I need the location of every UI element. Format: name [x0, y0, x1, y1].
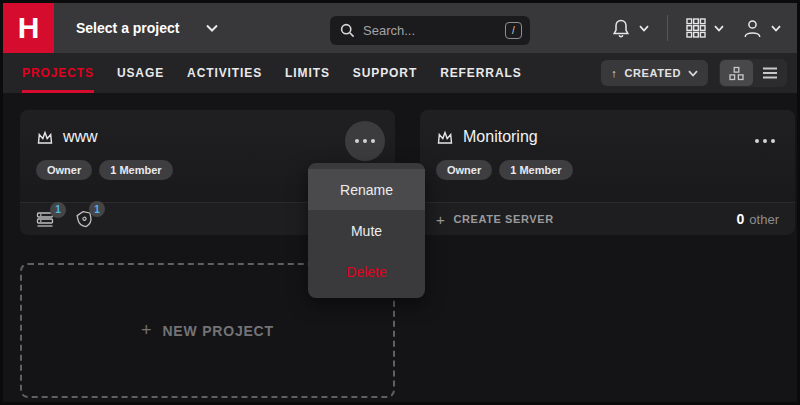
search-shortcut-key: / [505, 22, 522, 39]
context-menu-rename[interactable]: Rename [308, 169, 425, 210]
member-count-badge: 1 Member [99, 160, 172, 180]
chevron-down-icon [206, 24, 218, 32]
project-badges: Owner 1 Member [436, 160, 573, 180]
plus-icon: + [141, 320, 152, 341]
list-view-icon [762, 66, 778, 80]
hetzner-console-window: H Select a project Search... / [0, 0, 800, 405]
card-view-toggle[interactable] [720, 60, 753, 86]
project-card-title: Monitoring [436, 128, 538, 146]
search-placeholder: Search... [363, 23, 505, 38]
owner-badge: Owner [436, 160, 492, 180]
header-divider [667, 15, 668, 41]
create-server-button[interactable]: + CREATE SERVER [436, 211, 554, 228]
project-more-options-button[interactable] [745, 121, 785, 161]
project-more-options-button[interactable] [345, 121, 385, 161]
owner-badge: Owner [36, 160, 92, 180]
search-icon [340, 23, 355, 38]
ellipsis-icon [755, 139, 759, 143]
apps-grid-icon [686, 18, 706, 38]
context-menu-mute[interactable]: Mute [308, 210, 425, 251]
server-resource[interactable]: 1 [36, 211, 54, 228]
crown-icon [436, 130, 454, 145]
ellipsis-icon [763, 139, 767, 143]
view-toggle-group [719, 59, 787, 87]
nav-bar: PROJECTS USAGE ACTIVITIES LIMITS SUPPORT… [3, 53, 797, 93]
person-icon [742, 18, 763, 39]
account-menu[interactable] [738, 14, 785, 43]
project-card-title: www [36, 128, 98, 146]
project-card-monitoring[interactable]: Monitoring Owner 1 Member + CREATE SERVE… [420, 110, 795, 235]
top-header: H Select a project Search... / [3, 3, 797, 53]
project-selector-label: Select a project [76, 20, 180, 36]
tab-activities[interactable]: ACTIVITIES [187, 53, 262, 93]
project-name: Monitoring [463, 128, 538, 146]
search-input[interactable]: Search... / [330, 16, 530, 45]
list-controls: ↑ CREATED [601, 53, 787, 93]
chevron-down-icon [771, 25, 781, 32]
create-server-label: CREATE SERVER [453, 213, 553, 225]
chevron-down-icon [639, 25, 649, 32]
protection-count-badge: 1 [89, 201, 105, 217]
project-name: www [63, 128, 98, 146]
chevron-down-icon [688, 70, 698, 77]
header-actions [607, 3, 785, 53]
tab-referrals[interactable]: REFERRALS [440, 53, 521, 93]
protection-resource[interactable]: 1 [76, 210, 93, 228]
server-count-badge: 1 [50, 202, 66, 218]
plus-icon: + [436, 211, 445, 228]
ellipsis-icon [371, 139, 375, 143]
sort-button-label: CREATED [624, 67, 681, 79]
other-resources-count: 0other [737, 211, 779, 227]
tab-limits[interactable]: LIMITS [285, 53, 330, 93]
other-count-label: other [749, 212, 779, 227]
context-menu-delete[interactable]: Delete [308, 251, 425, 292]
crown-icon [36, 130, 54, 145]
list-view-toggle[interactable] [753, 60, 786, 86]
bell-icon [611, 18, 631, 39]
tab-support[interactable]: SUPPORT [353, 53, 417, 93]
new-project-label: NEW PROJECT [162, 323, 273, 339]
tab-usage[interactable]: USAGE [117, 53, 164, 93]
card-view-icon [729, 66, 744, 81]
project-badges: Owner 1 Member [36, 160, 173, 180]
ellipsis-icon [355, 139, 359, 143]
hetzner-logo[interactable]: H [3, 3, 54, 53]
apps-menu[interactable] [682, 14, 728, 42]
member-count-badge: 1 Member [499, 160, 572, 180]
ellipsis-icon [771, 139, 775, 143]
project-resources-bar: + CREATE SERVER 0other [420, 202, 795, 235]
tab-projects[interactable]: PROJECTS [22, 53, 94, 93]
ellipsis-icon [363, 139, 367, 143]
nav-tabs: PROJECTS USAGE ACTIVITIES LIMITS SUPPORT… [22, 53, 522, 93]
project-selector-dropdown[interactable]: Select a project [76, 20, 218, 36]
sort-arrow-up-icon: ↑ [611, 67, 617, 79]
sort-by-created-button[interactable]: ↑ CREATED [601, 60, 708, 86]
other-count-value: 0 [737, 211, 745, 227]
project-context-menu: Rename Mute Delete [308, 163, 425, 298]
notifications-menu[interactable] [607, 14, 653, 43]
chevron-down-icon [714, 25, 724, 32]
